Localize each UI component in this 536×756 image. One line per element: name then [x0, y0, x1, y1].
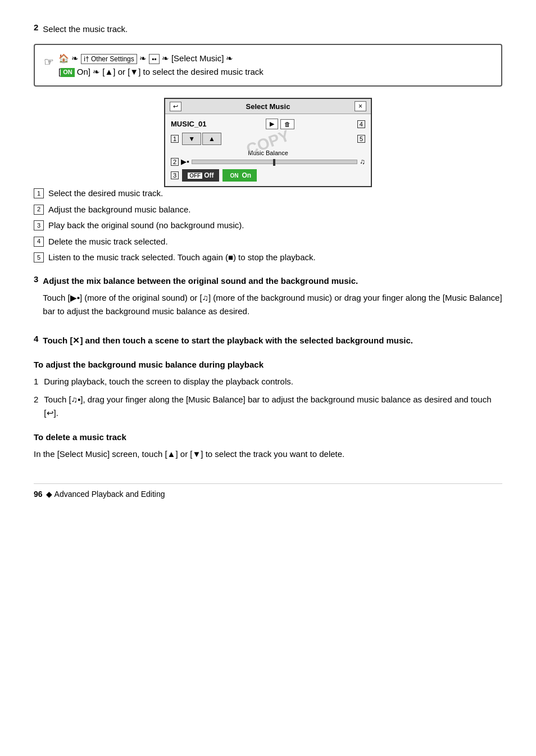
- step4-content: Touch [✕] and then touch a scene to star…: [43, 334, 413, 347]
- on-badge: ON: [228, 173, 240, 179]
- item-badge-2: 2: [34, 205, 44, 215]
- dialog-body: MUSIC_01 ▶ 🗑 4 1 ▼ ▲: [165, 114, 371, 186]
- callout-4: 4: [357, 120, 365, 128]
- nav-up-button[interactable]: ▲: [202, 133, 221, 145]
- item-text-5: Listen to the music track selected. Touc…: [48, 251, 316, 264]
- delete-button[interactable]: 🗑: [280, 119, 294, 129]
- section1-step-2: 2 Touch [♫▪], drag your finger along the…: [34, 393, 502, 420]
- balance-section: Music Balance 2 ▶▪ ♫: [171, 150, 365, 166]
- item-badge-4: 4: [34, 237, 44, 247]
- track-name: MUSIC_01: [171, 120, 207, 128]
- balance-icon-right: ♫: [360, 157, 365, 166]
- list-item: 3 Play back the original sound (no backg…: [34, 219, 502, 232]
- instruction-text: 🏠 ❧ i† Other Settings ❧ ▪▪ ❧ [Select Mus…: [58, 52, 492, 79]
- page-number: 96: [34, 490, 43, 499]
- on-icon-inline: ON: [61, 68, 75, 77]
- numbered-items-list: 1 Select the desired music track. 2 Adju…: [34, 187, 502, 264]
- page-footer: 96 ◆ Advanced Playback and Editing: [34, 483, 502, 499]
- diamond-icon: ◆: [46, 490, 52, 499]
- step3-number: 3: [34, 274, 38, 284]
- step4: 4 Touch [✕] and then touch a scene to st…: [34, 334, 502, 347]
- on-button[interactable]: ON On: [222, 169, 257, 182]
- nav-buttons: ▼ ▲: [182, 133, 221, 145]
- play-button[interactable]: ▶: [266, 119, 278, 129]
- step4-number: 4: [34, 334, 38, 343]
- section2-heading: To delete a music track: [34, 432, 502, 442]
- item-text-2: Adjust the background music balance.: [48, 203, 190, 216]
- step3-bold: Adjust the mix balance between the origi…: [43, 274, 502, 288]
- callout-3: 3: [171, 171, 179, 179]
- step-num-1: 1: [34, 375, 38, 388]
- item-badge-5: 5: [34, 252, 44, 262]
- section2-para: In the [Select Music] screen, touch [▲] …: [34, 447, 502, 461]
- ui-diagram-wrapper: COPY ↩ Select Music × MUSIC_01 ▶ 🗑 4: [34, 98, 502, 187]
- off-badge: OFF: [188, 173, 202, 179]
- dialog-titlebar: ↩ Select Music ×: [165, 99, 371, 114]
- step3-content: Adjust the mix balance between the origi…: [43, 274, 502, 326]
- instruction-box: ☞ 🏠 ❧ i† Other Settings ❧ ▪▪ ❧ [Select M…: [34, 44, 502, 87]
- track-controls: ▶ 🗑: [266, 119, 294, 129]
- balance-icon-left: ▶▪: [181, 157, 189, 166]
- ui-dialog: ↩ Select Music × MUSIC_01 ▶ 🗑 4: [164, 98, 372, 187]
- balance-thumb: [273, 159, 275, 166]
- dialog-title: Select Music: [185, 102, 351, 111]
- step2-heading: 2 Select the music track.: [34, 22, 502, 36]
- item-text-4: Delete the music track selected.: [48, 236, 168, 248]
- list-item: 2 Adjust the background music balance.: [34, 203, 502, 216]
- step-num-2: 2: [34, 393, 38, 420]
- step2-number: 2: [34, 22, 38, 32]
- section1-step1-text: During playback, touch the screen to dis…: [44, 375, 293, 388]
- step4-bold: Touch [✕] and then touch a scene to star…: [43, 334, 413, 347]
- section1-steps: 1 During playback, touch the screen to d…: [34, 375, 502, 420]
- dialog-back-button[interactable]: ↩: [170, 102, 181, 111]
- list-item: 5 Listen to the music track selected. To…: [34, 251, 502, 264]
- item-text-1: Select the desired music track.: [48, 187, 163, 200]
- callout-5: 5: [357, 135, 365, 143]
- item-badge-3: 3: [34, 220, 44, 230]
- dialog-close-button[interactable]: ×: [355, 101, 366, 111]
- step3-para: Touch [▶▪] (more of the original sound) …: [43, 291, 502, 318]
- section1-heading: To adjust the background music balance d…: [34, 360, 502, 369]
- step2-title: Select the music track.: [43, 22, 128, 36]
- instruction-line1: 🏠 ❧ i† Other Settings ❧ ▪▪ ❧ [Select Mus…: [58, 53, 233, 63]
- bottom-row: 3 OFF Off ON On: [171, 169, 365, 182]
- item-text-3: Play back the original sound (no backgro…: [48, 219, 244, 232]
- hand-icon: ☞: [44, 53, 54, 71]
- list-item: 1 Select the desired music track.: [34, 187, 502, 200]
- list-item: 4 Delete the music track selected.: [34, 236, 502, 248]
- callout-1: 1: [171, 135, 179, 143]
- track-row: MUSIC_01 ▶ 🗑 4: [171, 119, 365, 129]
- balance-row: 2 ▶▪ ♫: [171, 157, 365, 166]
- section1-step2-text: Touch [♫▪], drag your finger along the […: [44, 393, 502, 420]
- instruction-line2: [ON On] ❧ [▲] or [▼] to select the desir…: [58, 67, 264, 76]
- section1-step-1: 1 During playback, touch the screen to d…: [34, 375, 502, 388]
- step3: 3 Adjust the mix balance between the ori…: [34, 274, 502, 326]
- nav-down-button[interactable]: ▼: [182, 133, 201, 145]
- on-label: On: [242, 171, 251, 179]
- balance-label: Music Balance: [171, 150, 365, 156]
- callout-2: 2: [171, 158, 179, 166]
- off-label: Off: [204, 171, 214, 179]
- footer-subtitle: Advanced Playback and Editing: [54, 490, 165, 499]
- balance-bar[interactable]: [192, 160, 358, 164]
- off-button[interactable]: OFF Off: [182, 169, 219, 182]
- nav-row-wrapper: 1 ▼ ▲ 5: [171, 133, 365, 145]
- item-badge-1: 1: [34, 188, 44, 198]
